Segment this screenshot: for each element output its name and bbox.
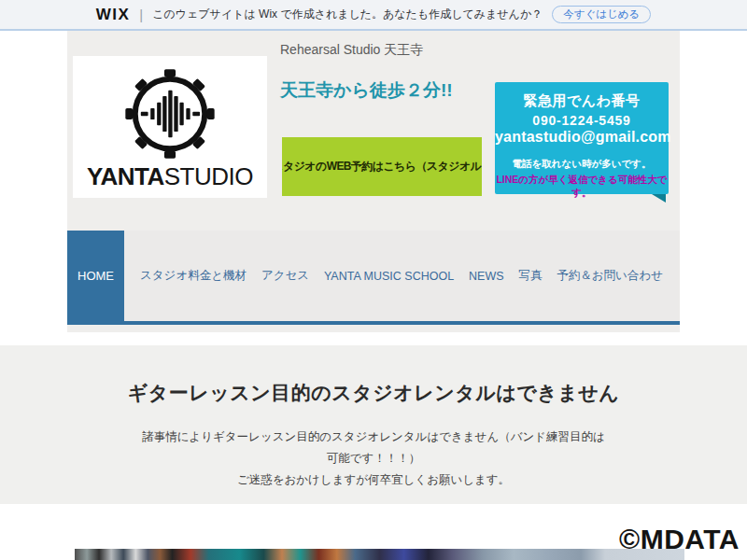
logo-wordmark: YANTASTUDIO	[87, 164, 253, 189]
nav-item-pricing[interactable]: スタジオ料金と機材	[140, 268, 247, 284]
watermark: ©MDATA	[609, 524, 740, 554]
contact-phone[interactable]: 090-1224-5459	[495, 113, 669, 128]
bottom-photo-strip	[75, 549, 684, 560]
nav-item-contact[interactable]: 予約＆お問い合わせ	[557, 268, 663, 284]
notice-body: 諸事情によりギターレッスン目的のスタジオレンタルはできません（バンド練習目的は …	[0, 427, 747, 491]
tagline: 天王寺から徒歩２分!!	[280, 78, 453, 103]
drum-soundwave-icon	[121, 65, 218, 162]
notice-heading: ギターレッスン目的のスタジオレンタルはできません	[0, 345, 747, 406]
nav-item-photos[interactable]: 写真	[518, 268, 542, 284]
wix-start-button[interactable]: 今すぐはじめる	[552, 6, 651, 24]
wix-banner: WIX | このウェブサイトは Wix で作成されました。あなたも作成してみませ…	[0, 0, 747, 31]
site-subtitle: Rehearsal Studio 天王寺	[280, 42, 423, 59]
web-booking-button[interactable]: スタジオのWEB予約はこちら（スタジオル）	[282, 137, 482, 196]
site-logo[interactable]: YANTASTUDIO	[73, 56, 267, 198]
nav-item-music-school[interactable]: YANTA MUSIC SCHOOL	[324, 270, 454, 283]
nav-links: スタジオ料金と機材 アクセス YANTA MUSIC SCHOOL NEWS 写…	[124, 231, 680, 321]
contact-title: 緊急用でんわ番号	[495, 92, 669, 110]
nav-item-access[interactable]: アクセス	[261, 268, 309, 284]
notice-line: 諸事情によりギターレッスン目的のスタジオレンタルはできません（バンド練習目的は	[0, 427, 747, 448]
contact-email[interactable]: yantastudio@gmail.com	[495, 129, 669, 146]
nav-item-news[interactable]: NEWS	[469, 270, 504, 283]
wix-banner-message: このウェブサイトは Wix で作成されました。あなたも作成してみませんか？	[152, 7, 543, 22]
wix-logo[interactable]: WIX	[96, 6, 131, 24]
contact-note-phone: 電話を取れない時が多いです。	[495, 158, 669, 171]
notice-line: 可能です！！！）	[0, 448, 747, 469]
notice-section: ギターレッスン目的のスタジオレンタルはできません 諸事情によりギターレッスン目的…	[0, 345, 747, 504]
header-container: YANTASTUDIO Rehearsal Studio 天王寺 天王寺から徒歩…	[67, 31, 680, 332]
main-navigation: HOME スタジオ料金と機材 アクセス YANTA MUSIC SCHOOL N…	[67, 231, 680, 325]
nav-item-home[interactable]: HOME	[67, 231, 124, 321]
contact-note-line: LINEの方が早く返信できる可能性大です。	[495, 174, 669, 200]
emergency-contact-box: 緊急用でんわ番号 090-1224-5459 yantastudio@gmail…	[495, 82, 669, 194]
wix-separator: |	[139, 7, 143, 22]
notice-line: ご迷惑をおかけしますが何卒宜しくお願いします。	[0, 469, 747, 491]
